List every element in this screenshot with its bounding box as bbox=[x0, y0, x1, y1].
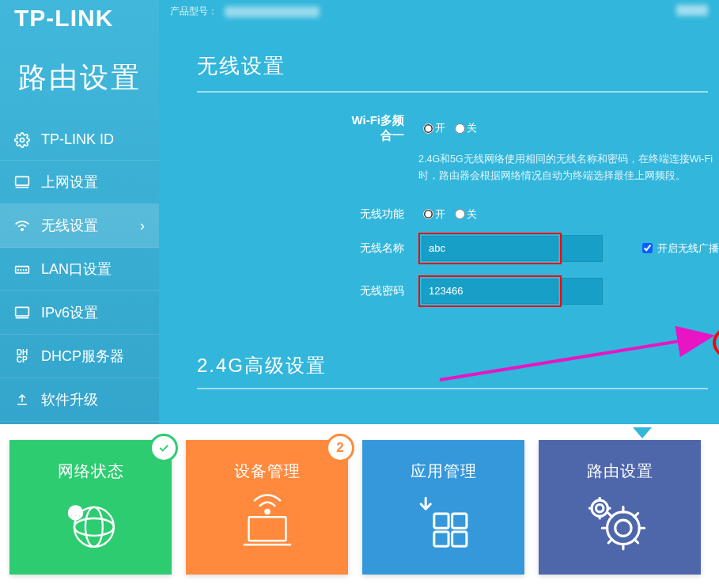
multiband-desc: 2.4G和5G无线网络使用相同的无线名称和密码，在终端连接Wi-Fi时，路由器会… bbox=[418, 151, 719, 185]
sidebar: TP-LINK 路由设置 TP-LINK ID 上网设置 无线设置 › LAN口… bbox=[0, 0, 159, 424]
password-extra bbox=[562, 278, 603, 305]
multiband-off-radio[interactable] bbox=[455, 123, 465, 134]
brand-logo: TP-LINK bbox=[0, 0, 159, 35]
svg-line-36 bbox=[634, 513, 638, 517]
gears-icon bbox=[539, 493, 701, 553]
gear-icon bbox=[14, 132, 30, 148]
menu-wireless[interactable]: 无线设置 › bbox=[0, 204, 159, 248]
svg-rect-1 bbox=[16, 176, 29, 185]
svg-line-12 bbox=[440, 336, 709, 380]
password-label: 无线密码 bbox=[341, 284, 404, 298]
active-tile-pointer bbox=[633, 427, 652, 438]
svg-line-33 bbox=[608, 513, 612, 517]
ethernet-icon bbox=[14, 261, 30, 277]
menu-ipv6[interactable]: IPv6设置 bbox=[0, 291, 159, 335]
tile-label: 网络状态 bbox=[9, 440, 172, 482]
laptop-wifi-icon bbox=[186, 493, 348, 550]
menu-dhcp[interactable]: DHCP DHCP服务器 bbox=[0, 335, 159, 378]
svg-rect-4 bbox=[16, 267, 29, 273]
tile-device-mgmt[interactable]: 2 设备管理 bbox=[186, 440, 348, 575]
svg-point-37 bbox=[596, 505, 603, 512]
svg-point-20 bbox=[265, 510, 269, 514]
svg-point-19 bbox=[78, 514, 80, 517]
multiband-off[interactable]: 关 bbox=[450, 121, 482, 135]
svg-rect-25 bbox=[433, 532, 448, 546]
check-badge-icon bbox=[149, 434, 178, 462]
svg-point-15 bbox=[85, 507, 102, 547]
tile-app-mgmt[interactable]: 应用管理 bbox=[362, 440, 524, 575]
menu-label: IPv6设置 bbox=[41, 303, 98, 322]
wifi-func-label: 无线功能 bbox=[341, 207, 404, 222]
svg-point-0 bbox=[21, 138, 25, 142]
svg-rect-9 bbox=[16, 307, 29, 316]
menu-tplink-id[interactable]: TP-LINK ID bbox=[0, 119, 159, 161]
divider bbox=[197, 91, 708, 93]
svg-point-27 bbox=[615, 520, 630, 536]
multiband-on-radio[interactable] bbox=[423, 123, 433, 134]
menu-label: 软件升级 bbox=[41, 390, 98, 409]
svg-rect-21 bbox=[248, 517, 286, 541]
svg-rect-24 bbox=[452, 514, 466, 528]
wifi-icon bbox=[14, 218, 30, 233]
svg-point-3 bbox=[21, 229, 24, 231]
top-bar: 产品型号： bbox=[159, 0, 719, 25]
menu-label: TP-LINK ID bbox=[41, 131, 114, 148]
page-title: 无线设置 bbox=[197, 52, 719, 80]
monitor-icon bbox=[14, 305, 30, 321]
upload-icon bbox=[14, 392, 30, 408]
menu-label: 无线设置 bbox=[41, 216, 98, 235]
svg-rect-23 bbox=[433, 514, 448, 528]
chevron-right-icon: › bbox=[140, 218, 145, 234]
svg-line-35 bbox=[608, 539, 612, 543]
dhcp-icon: DHCP bbox=[14, 348, 30, 364]
menu-lan[interactable]: LAN口设置 bbox=[0, 248, 159, 291]
broadcast-checkbox[interactable] bbox=[642, 243, 653, 253]
menu-label: DHCP服务器 bbox=[41, 347, 124, 366]
count-badge: 2 bbox=[326, 434, 354, 462]
svg-rect-26 bbox=[452, 532, 466, 546]
svg-point-38 bbox=[592, 500, 607, 516]
sidebar-menu: TP-LINK ID 上网设置 无线设置 › LAN口设置 IPv6设置 DHC… bbox=[0, 119, 159, 422]
svg-point-17 bbox=[70, 514, 73, 517]
menu-label: 上网设置 bbox=[41, 173, 98, 192]
tile-label: 路由设置 bbox=[539, 440, 701, 482]
broadcast-label: 开启无线广播 bbox=[657, 241, 719, 256]
main-panel: 产品型号： 无线设置 Wi-Fi多频合一 开 关 2.4G和5G无线网络使用相同… bbox=[159, 0, 719, 424]
svg-point-14 bbox=[74, 518, 113, 536]
password-input[interactable] bbox=[422, 279, 558, 304]
ssid-input[interactable] bbox=[422, 236, 558, 261]
apps-grid-icon bbox=[362, 493, 524, 550]
top-right-redacted bbox=[676, 5, 708, 16]
menu-wan[interactable]: 上网设置 bbox=[0, 161, 159, 204]
ssid-extra bbox=[562, 235, 603, 262]
wifi-func-off-radio[interactable] bbox=[455, 209, 465, 219]
tile-label: 设备管理 bbox=[186, 440, 348, 482]
svg-point-16 bbox=[68, 506, 81, 519]
sidebar-title: 路由设置 bbox=[0, 59, 159, 97]
tile-label: 应用管理 bbox=[362, 440, 524, 482]
wifi-func-on[interactable]: 开 bbox=[418, 207, 450, 222]
bottom-tiles: 网络状态 2 设备管理 应用管理 路由设置 bbox=[9, 440, 701, 575]
menu-label: LAN口设置 bbox=[41, 260, 112, 279]
wifi-func-on-radio[interactable] bbox=[423, 209, 433, 219]
highlight-box bbox=[418, 275, 562, 307]
svg-line-34 bbox=[634, 539, 638, 543]
product-prefix: 产品型号： bbox=[170, 6, 218, 17]
highlight-box bbox=[418, 233, 562, 264]
annotation-arrow-icon bbox=[436, 317, 719, 388]
tile-router-settings[interactable]: 路由设置 bbox=[539, 440, 701, 575]
monitor-icon bbox=[14, 174, 30, 190]
svg-point-18 bbox=[74, 514, 76, 517]
wifi-func-off[interactable]: 关 bbox=[450, 207, 482, 222]
ssid-label: 无线名称 bbox=[341, 241, 404, 256]
product-model-redacted bbox=[225, 6, 320, 17]
multiband-on[interactable]: 开 bbox=[418, 121, 450, 135]
multiband-label: Wi-Fi多频合一 bbox=[341, 113, 404, 143]
menu-upgrade[interactable]: 软件升级 bbox=[0, 378, 159, 422]
tile-network-status[interactable]: 网络状态 bbox=[9, 440, 172, 575]
globe-icon bbox=[9, 493, 172, 555]
